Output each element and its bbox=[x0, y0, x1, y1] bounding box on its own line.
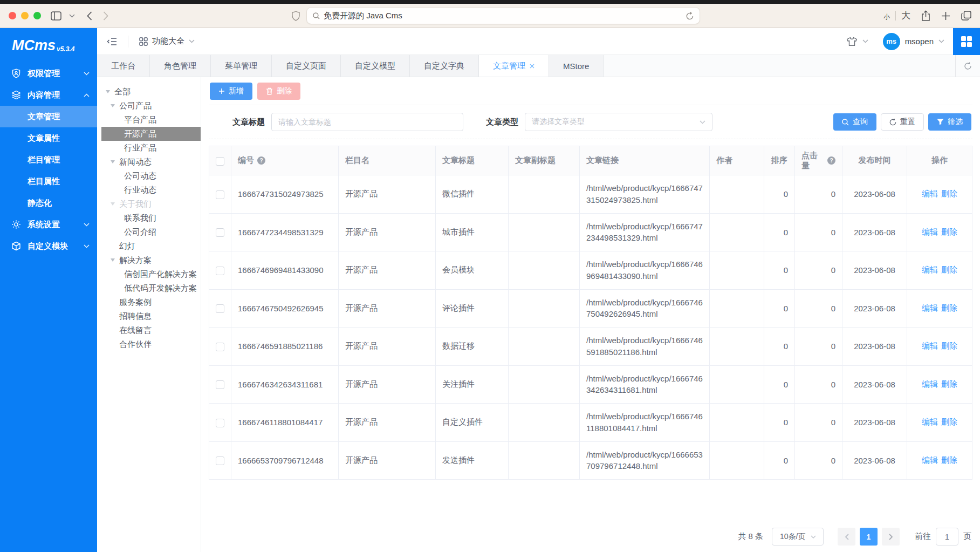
select-all-checkbox[interactable] bbox=[216, 157, 224, 166]
minimize-window-button[interactable] bbox=[21, 12, 29, 19]
collapse-sidebar-icon[interactable] bbox=[107, 37, 117, 46]
tab-role-management[interactable]: 角色管理 bbox=[150, 55, 211, 77]
row-checkbox[interactable] bbox=[216, 419, 224, 427]
sidebar-item-column-attributes[interactable]: 栏目属性 bbox=[0, 171, 97, 192]
new-tab-icon[interactable] bbox=[941, 11, 950, 21]
app-switcher[interactable]: 功能大全 bbox=[139, 36, 195, 46]
tree-node[interactable]: 合作伙伴 bbox=[101, 337, 201, 351]
delete-button[interactable]: 删除 bbox=[257, 83, 300, 100]
delete-link[interactable]: 删除 bbox=[941, 265, 957, 274]
reset-button[interactable]: 重置 bbox=[881, 113, 924, 131]
page-size-select[interactable]: 10条/页 bbox=[772, 528, 824, 546]
username[interactable]: msopen bbox=[905, 37, 934, 46]
help-icon[interactable] bbox=[827, 156, 835, 165]
tab-mstore[interactable]: MStore bbox=[549, 55, 604, 77]
close-window-button[interactable] bbox=[9, 12, 16, 19]
delete-link[interactable]: 删除 bbox=[941, 303, 957, 312]
delete-link[interactable]: 删除 bbox=[941, 417, 957, 426]
caret-down-icon[interactable] bbox=[111, 104, 119, 107]
caret-down-icon[interactable] bbox=[106, 90, 114, 93]
article-title-input[interactable] bbox=[271, 113, 463, 131]
tab-custom-model[interactable]: 自定义模型 bbox=[341, 55, 410, 77]
caret-down-icon[interactable] bbox=[111, 202, 119, 206]
tree-node[interactable]: 解决方案 bbox=[101, 253, 201, 267]
refresh-tab-button[interactable] bbox=[955, 55, 980, 77]
chevron-down-icon[interactable] bbox=[69, 14, 75, 18]
sidebar-group-content[interactable]: 内容管理 bbox=[0, 84, 97, 106]
sidebar-toggle-icon[interactable] bbox=[51, 11, 61, 21]
tree-node[interactable]: 平台产品 bbox=[101, 113, 201, 127]
user-avatar[interactable]: ms bbox=[883, 33, 900, 50]
sidebar-item-column-management[interactable]: 栏目管理 bbox=[0, 149, 97, 171]
next-page-button[interactable] bbox=[882, 528, 900, 546]
tree-node[interactable]: 联系我们 bbox=[101, 211, 201, 225]
edit-link[interactable]: 编辑 bbox=[922, 379, 938, 389]
row-checkbox[interactable] bbox=[216, 456, 224, 465]
tree-node[interactable]: 行业产品 bbox=[101, 141, 201, 155]
prev-page-button[interactable] bbox=[838, 528, 855, 546]
page-1-button[interactable]: 1 bbox=[860, 528, 878, 546]
tab-workbench[interactable]: 工作台 bbox=[97, 55, 150, 77]
zoom-window-button[interactable] bbox=[33, 12, 41, 19]
reload-icon[interactable] bbox=[686, 12, 694, 20]
row-checkbox[interactable] bbox=[216, 190, 224, 199]
close-tab-icon[interactable] bbox=[530, 64, 534, 69]
tree-node[interactable]: 在线留言 bbox=[101, 323, 201, 337]
article-type-select[interactable]: 请选择文章类型 bbox=[525, 113, 712, 131]
help-icon[interactable] bbox=[257, 156, 265, 165]
tree-node[interactable]: 信创国产化解决方案 bbox=[101, 267, 201, 281]
delete-link[interactable]: 删除 bbox=[941, 189, 957, 198]
address-bar[interactable]: 免费开源的 Java Cms bbox=[306, 7, 700, 24]
forward-button[interactable] bbox=[103, 11, 108, 21]
row-checkbox[interactable] bbox=[216, 343, 224, 351]
edit-link[interactable]: 编辑 bbox=[922, 227, 938, 236]
delete-link[interactable]: 删除 bbox=[941, 341, 957, 350]
apps-grid-button[interactable] bbox=[953, 28, 980, 55]
tab-custom-dict[interactable]: 自定义字典 bbox=[410, 55, 479, 77]
row-checkbox[interactable] bbox=[216, 228, 224, 237]
row-checkbox[interactable] bbox=[216, 267, 224, 275]
tree-node-disabled[interactable]: 关于我们 bbox=[101, 197, 201, 211]
tree-node[interactable]: 公司动态 bbox=[101, 169, 201, 183]
sidebar-group-custom-modules[interactable]: 自定义模块 bbox=[0, 235, 97, 257]
tree-node[interactable]: 服务案例 bbox=[101, 295, 201, 309]
row-checkbox[interactable] bbox=[216, 380, 224, 389]
theme-shirt-icon[interactable] bbox=[846, 37, 858, 46]
tree-node[interactable]: 公司介绍 bbox=[101, 225, 201, 239]
caret-down-icon[interactable] bbox=[111, 258, 119, 262]
privacy-shield-icon[interactable] bbox=[292, 11, 300, 21]
tab-article-management[interactable]: 文章管理 bbox=[479, 55, 549, 77]
edit-link[interactable]: 编辑 bbox=[922, 265, 938, 274]
edit-link[interactable]: 编辑 bbox=[922, 189, 938, 198]
tab-menu-management[interactable]: 菜单管理 bbox=[211, 55, 272, 77]
sidebar-group-system-settings[interactable]: 系统设置 bbox=[0, 214, 97, 235]
tree-node[interactable]: 低代码开发解决方案 bbox=[101, 281, 201, 295]
delete-link[interactable]: 删除 bbox=[941, 227, 957, 236]
sidebar-item-article-attributes[interactable]: 文章属性 bbox=[0, 127, 97, 149]
filter-button[interactable]: 筛选 bbox=[928, 113, 971, 131]
edit-link[interactable]: 编辑 bbox=[922, 417, 938, 426]
add-button[interactable]: 新增 bbox=[210, 83, 252, 100]
delete-link[interactable]: 删除 bbox=[941, 379, 957, 389]
row-checkbox[interactable] bbox=[216, 304, 224, 313]
edit-link[interactable]: 编辑 bbox=[922, 341, 938, 350]
delete-link[interactable]: 删除 bbox=[941, 455, 957, 465]
tree-node[interactable]: 新闻动态 bbox=[101, 155, 201, 169]
tree-node[interactable]: 幻灯 bbox=[101, 239, 201, 253]
chevron-down-icon[interactable] bbox=[938, 39, 944, 43]
tree-node-selected[interactable]: 开源产品 bbox=[101, 127, 201, 141]
sidebar-item-article-management[interactable]: 文章管理 bbox=[0, 106, 97, 127]
tree-node[interactable]: 招聘信息 bbox=[101, 309, 201, 323]
tab-overview-icon[interactable] bbox=[961, 11, 971, 21]
search-button[interactable]: 查询 bbox=[833, 113, 876, 131]
text-size-button[interactable]: 小 大 bbox=[883, 11, 910, 21]
goto-page-input[interactable] bbox=[936, 528, 958, 546]
chevron-down-icon[interactable] bbox=[862, 39, 868, 43]
tree-node[interactable]: 行业动态 bbox=[101, 183, 201, 197]
edit-link[interactable]: 编辑 bbox=[922, 455, 938, 465]
edit-link[interactable]: 编辑 bbox=[922, 303, 938, 312]
sidebar-item-staticize[interactable]: 静态化 bbox=[0, 192, 97, 214]
tree-node[interactable]: 公司产品 bbox=[101, 99, 201, 113]
tree-node-all[interactable]: 全部 bbox=[101, 85, 201, 99]
sidebar-group-permission[interactable]: 权限管理 bbox=[0, 63, 97, 84]
